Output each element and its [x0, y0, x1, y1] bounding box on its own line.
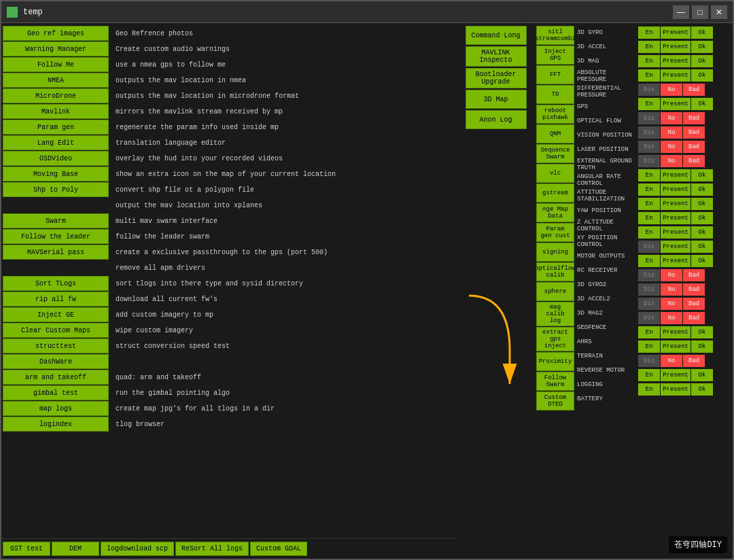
desc-text-19: wipe custom imagery [116, 323, 451, 338]
status-ok-5: Ok [691, 98, 713, 110]
left-button-23[interactable]: gimbal test [3, 385, 109, 400]
middle-button-0[interactable]: Command Long [466, 26, 527, 45]
status-ok-3: Ok [691, 69, 713, 82]
status-en-2: En [638, 55, 660, 67]
status-ok-17: Bad [683, 269, 705, 281]
sensor-label-0: 3D GYRO [576, 26, 637, 39]
left-button-21[interactable]: DashWare [3, 354, 109, 369]
left-button-2[interactable]: Follow Me [3, 57, 109, 72]
right-button-5[interactable]: QNM [536, 124, 574, 143]
bottom-button-4[interactable]: Custom GDAL [250, 542, 307, 556]
left-button-12[interactable]: Swarm [3, 213, 109, 228]
right-button-column: sitl streamcombiInject GPSFFTTDreboot pi… [536, 26, 574, 556]
right-button-14[interactable]: mag calib log [536, 302, 574, 326]
status-ok-4: Bad [683, 84, 705, 96]
status-ok-1: Ok [691, 41, 713, 53]
status-present-9: No [661, 155, 682, 167]
left-button-4[interactable]: MicroDrone [3, 88, 109, 103]
status-en-13: En [638, 212, 660, 224]
desc-text-7: translation language editor [116, 135, 451, 150]
left-button-9[interactable]: Moving Base [3, 167, 109, 181]
right-button-15[interactable]: extract gps inject [536, 327, 574, 351]
left-button-13[interactable]: Follow the leader [3, 229, 109, 244]
left-button-1[interactable]: Warning Manager [3, 41, 109, 56]
status-ok-18: Bad [683, 283, 705, 296]
right-button-3[interactable]: TD [536, 85, 574, 104]
desc-text-14: create a exclusive passthrough to the gp… [116, 245, 451, 260]
right-button-18[interactable]: Custom DTED [536, 391, 574, 410]
left-button-10[interactable]: Shp to Poly [3, 182, 109, 197]
sensor-label-column: 3D GYRO3D ACCEL3D MAGABSOLUTE PRESSUREDI… [576, 26, 637, 556]
left-button-6[interactable]: Param gen [3, 120, 109, 135]
left-button-24[interactable]: map logs [3, 401, 109, 416]
middle-button-4[interactable]: Anon Log [466, 110, 527, 129]
bottom-button-1[interactable]: DEM [52, 542, 99, 556]
status-present-14: Present [661, 226, 691, 239]
right-button-1[interactable]: Inject GPS [536, 46, 574, 65]
right-button-4[interactable]: reboot pixhawk [536, 105, 574, 124]
left-button-17[interactable]: rip all fw [3, 292, 109, 307]
status-row-20: DisNoBad [638, 311, 731, 325]
status-row-9: DisNoBad [638, 154, 731, 168]
right-button-12[interactable]: opticalflow calib [536, 262, 574, 281]
left-button-8[interactable]: OSDVideo [3, 151, 109, 166]
middle-button-2[interactable]: Bootloader Upgrade [466, 68, 527, 88]
status-present-2: Present [661, 55, 691, 67]
button-column: Geo ref imagesWarning ManagerFollow MeNM… [1, 23, 110, 538]
desc-text-21 [116, 354, 451, 369]
right-button-13[interactable]: sphere [536, 282, 574, 301]
status-en-5: En [638, 98, 660, 110]
sensor-label-1: 3D ACCEL [576, 40, 637, 54]
left-button-19[interactable]: Clear Custom Maps [3, 323, 109, 338]
right-button-0[interactable]: sitl streamcombi [536, 26, 574, 45]
left-button-5[interactable]: Mavlink [3, 104, 109, 119]
left-button-14[interactable]: MAVSerial pass [3, 245, 109, 260]
desc-text-5: mirrors the mavlink stream received by m… [116, 104, 451, 119]
left-button-18[interactable]: Inject GE [3, 307, 109, 322]
desc-text-8: overlay the hud into your recorded video… [116, 151, 451, 166]
right-button-9[interactable]: Age Map Data [536, 203, 574, 222]
status-en-4: Dis [638, 84, 660, 96]
status-ok-23: Bad [683, 355, 705, 367]
right-button-7[interactable]: vlc [536, 164, 574, 183]
status-en-12: En [638, 198, 660, 210]
sensor-label-17: 3D GYRO2 [576, 278, 637, 292]
middle-button-3[interactable]: 3D Map [466, 90, 527, 109]
right-button-10[interactable]: Param gen cust [536, 223, 574, 242]
right-button-8[interactable]: gstream [536, 183, 574, 203]
left-button-22[interactable]: arm and takeoff [3, 370, 109, 385]
close-button[interactable]: ✕ [711, 5, 727, 19]
right-button-11[interactable]: signing [536, 243, 574, 262]
right-button-17[interactable]: Follow Swarm [536, 372, 574, 391]
maximize-button[interactable]: □ [692, 5, 708, 19]
status-ok-0: Ok [691, 27, 713, 39]
sensor-label-3: ABSOLUTE PRESSURE [576, 69, 637, 84]
status-present-19: No [661, 298, 682, 310]
middle-button-1[interactable]: MAVLINK Inspecto [466, 46, 527, 67]
desc-text-15: remove all apm drivers [116, 260, 451, 275]
right-button-16[interactable]: Proximity [536, 352, 574, 371]
left-cols: Geo ref imagesWarning ManagerFollow MeNM… [1, 23, 457, 538]
left-button-20[interactable]: structtest [3, 338, 109, 353]
left-button-16[interactable]: Sort TLogs [3, 276, 109, 291]
status-en-10: En [638, 169, 660, 181]
bottom-button-0[interactable]: GST test [3, 542, 50, 556]
title-bar: temp — □ ✕ [1, 1, 733, 23]
right-button-6[interactable]: Sequence Swarm [536, 144, 574, 163]
sensor-label-2: 3D MAG [576, 54, 637, 68]
bottom-button-3[interactable]: ReSort All logs [175, 542, 249, 556]
left-button-7[interactable]: Lang Edit [3, 135, 109, 150]
arrow-icon [455, 282, 537, 404]
left-button-25[interactable]: logindex [3, 417, 109, 432]
left-button-3[interactable]: NMEA [3, 73, 109, 88]
right-button-2[interactable]: FFT [536, 65, 574, 84]
minimize-button[interactable]: — [673, 5, 689, 19]
bottom-button-2[interactable]: logdownload scp [101, 542, 174, 556]
status-row-21: EnPresentOk [638, 326, 731, 339]
arrow-area [455, 130, 537, 556]
status-row-12: EnPresentOk [638, 197, 731, 211]
status-present-15: Present [661, 241, 691, 253]
status-row-19: DisNoBad [638, 297, 731, 311]
left-button-0[interactable]: Geo ref images [3, 26, 109, 41]
status-present-20: No [661, 312, 682, 324]
